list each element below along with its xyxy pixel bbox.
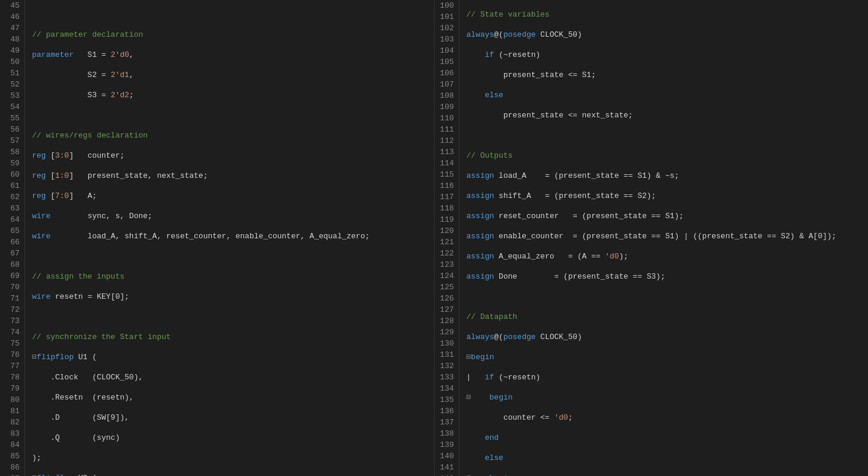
- right-code: // State variables always@(posedge CLOCK…: [459, 0, 869, 476]
- left-code: // parameter declaration parameter S1 = …: [25, 0, 434, 476]
- right-pane: 100 101 102 103 104 105 106 107 108 109 …: [435, 0, 869, 476]
- left-line-numbers: 45 46 47 48 49 50 51 52 53 54 55 56 57 5…: [0, 0, 25, 476]
- left-pane: 45 46 47 48 49 50 51 52 53 54 55 56 57 5…: [0, 0, 435, 476]
- code-editor: 45 46 47 48 49 50 51 52 53 54 55 56 57 5…: [0, 0, 868, 476]
- right-line-numbers: 100 101 102 103 104 105 106 107 108 109 …: [435, 0, 459, 476]
